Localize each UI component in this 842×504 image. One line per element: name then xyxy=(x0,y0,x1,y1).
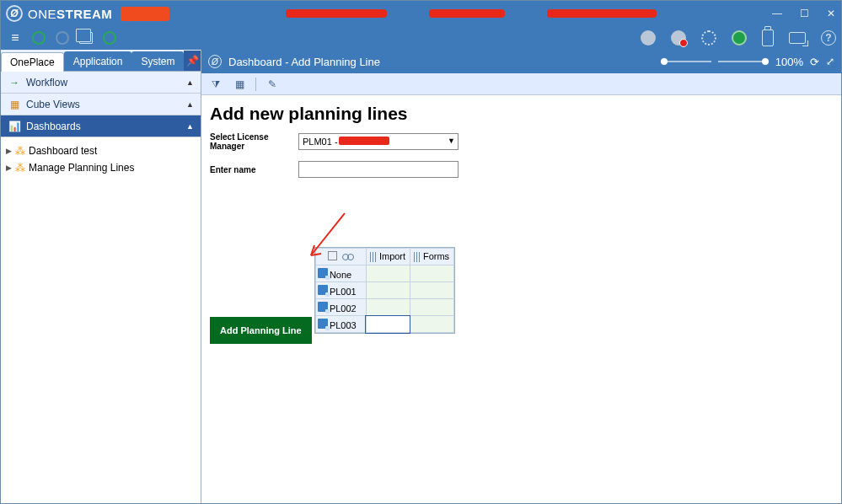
redaction-block xyxy=(547,9,657,18)
tab-system[interactable]: System xyxy=(131,51,184,71)
ribbon: ≡ ? xyxy=(1,26,841,50)
tree-item-dashboard-test[interactable]: ▶ ⁂ Dashboard test xyxy=(4,142,197,159)
nav-section-dashboards[interactable]: 📊 Dashboards ▲ xyxy=(1,115,201,137)
grid-row[interactable]: PL002 xyxy=(315,299,453,316)
page-heading: Add new planning lines xyxy=(210,104,833,124)
expand-icon[interactable]: ▶ xyxy=(6,147,12,155)
window-controls: — ☐ ✕ xyxy=(772,8,836,19)
cluster-icon: ⁂ xyxy=(15,162,25,174)
col-label: Forms xyxy=(423,251,449,261)
refresh-icon[interactable] xyxy=(732,30,747,46)
label-license-manager: Select License Manager xyxy=(210,132,290,151)
grid-corner[interactable] xyxy=(315,249,366,265)
filter-icon[interactable]: ⧩ xyxy=(208,77,223,92)
checkbox-icon[interactable] xyxy=(328,251,337,260)
cluster-icon: ⁂ xyxy=(15,145,25,157)
col-import[interactable]: Import xyxy=(366,249,410,265)
copy-icon[interactable] xyxy=(77,29,95,47)
cell[interactable] xyxy=(366,299,410,316)
grid-options-icon[interactable]: ▦ xyxy=(232,77,247,92)
add-planning-line-button[interactable]: Add Planning Line xyxy=(210,317,312,344)
zoom-slider[interactable] xyxy=(718,61,769,62)
grid-header-row: Import Forms xyxy=(315,249,453,265)
brand-name: ONESTREAM xyxy=(28,7,112,21)
field-row-name: Enter name xyxy=(210,161,833,178)
popout-icon[interactable]: ⤢ xyxy=(826,56,834,67)
tree-label: Dashboard test xyxy=(29,145,97,157)
row-label: PL003 xyxy=(330,320,357,330)
chevron-up-icon: ▲ xyxy=(186,122,194,131)
grip-icon xyxy=(370,252,377,262)
chevron-up-icon: ▲ xyxy=(186,100,194,109)
maximize-button[interactable]: ☐ xyxy=(799,8,809,19)
grip-icon xyxy=(414,252,421,262)
cell[interactable] xyxy=(410,265,453,282)
body: OnePlace Application System 📌 → Workflow… xyxy=(1,50,841,503)
status-dot-green[interactable] xyxy=(100,29,119,47)
nav-tabs: OnePlace Application System 📌 xyxy=(1,50,201,72)
cell[interactable] xyxy=(366,265,410,282)
swirl-icon: Ø xyxy=(208,55,222,68)
col-forms[interactable]: Forms xyxy=(410,249,453,265)
row-label: None xyxy=(330,270,351,280)
nav-section-workflow[interactable]: → Workflow ▲ xyxy=(1,72,201,94)
field-row-license-manager: Select License Manager PLM01 - ▼ xyxy=(210,132,833,151)
zoom-value: 100% xyxy=(775,56,803,68)
battery-icon xyxy=(762,29,774,46)
binoculars-icon[interactable] xyxy=(342,252,354,260)
select-license-manager[interactable]: PLM01 - xyxy=(298,133,459,150)
page-bar: Ø Dashboard - Add Planning Line 100% ⟳ ⤢ xyxy=(201,50,841,73)
row-label: PL001 xyxy=(330,287,357,297)
help-icon[interactable]: ? xyxy=(821,30,836,46)
pin-button[interactable]: 📌 xyxy=(184,51,201,71)
main: Ø Dashboard - Add Planning Line 100% ⟳ ⤢… xyxy=(201,50,841,503)
grid-row[interactable]: None xyxy=(315,265,453,282)
app-window: Ø ONESTREAM — ☐ ✕ ≡ ? xyxy=(0,0,842,504)
tab-oneplace[interactable]: OnePlace xyxy=(1,52,64,72)
cell[interactable] xyxy=(410,282,453,299)
brand-swirl-icon: Ø xyxy=(6,5,23,22)
close-button[interactable]: ✕ xyxy=(826,8,836,19)
expand-icon[interactable]: ▶ xyxy=(6,164,12,172)
toolbar: ⧩ ▦ ✎ xyxy=(201,73,841,95)
page-icon xyxy=(318,268,328,278)
nav-label: Cube Views xyxy=(26,99,80,110)
zoom-slider[interactable] xyxy=(661,61,711,62)
ribbon-right: ? xyxy=(641,29,836,46)
status-dot-green[interactable] xyxy=(29,29,48,47)
redaction-block xyxy=(121,7,169,21)
page-icon xyxy=(318,302,328,312)
tab-application[interactable]: Application xyxy=(64,51,132,71)
cell-selected[interactable] xyxy=(366,316,410,333)
select-wrap: PLM01 - ▼ xyxy=(298,133,459,150)
cell[interactable] xyxy=(410,299,453,316)
edit-icon[interactable]: ✎ xyxy=(265,77,280,92)
grid-row[interactable]: PL003 xyxy=(315,316,453,333)
menu-icon[interactable]: ≡ xyxy=(6,29,24,47)
nav-label: Workflow xyxy=(26,77,67,88)
arrow-right-icon: → xyxy=(8,77,21,88)
tree-label: Manage Planning Lines xyxy=(29,162,134,174)
grid-row[interactable]: PL001 xyxy=(315,282,453,299)
label-enter-name: Enter name xyxy=(210,165,290,174)
chevron-up-icon: ▲ xyxy=(186,78,194,87)
user-icon[interactable] xyxy=(641,30,656,46)
minimize-button[interactable]: — xyxy=(772,8,782,19)
tree-item-manage-planning[interactable]: ▶ ⁂ Manage Planning Lines xyxy=(4,159,197,176)
content: Add new planning lines Select License Ma… xyxy=(201,95,841,503)
titlebar: Ø ONESTREAM — ☐ ✕ xyxy=(1,1,841,26)
user-alert-icon[interactable] xyxy=(671,30,686,46)
cell[interactable] xyxy=(366,282,410,299)
messages-icon[interactable] xyxy=(789,32,806,44)
input-enter-name[interactable] xyxy=(298,161,459,178)
titlebar-center xyxy=(169,9,772,18)
globe-icon[interactable] xyxy=(53,29,72,47)
grid-icon: ▦ xyxy=(8,99,21,110)
cell[interactable] xyxy=(410,316,453,333)
result-grid: Import Forms None PL001 PL002 xyxy=(314,247,455,334)
page-bar-right: 100% ⟳ ⤢ xyxy=(661,56,834,68)
refresh-icon[interactable]: ⟳ xyxy=(810,56,819,68)
nav-section-cubeviews[interactable]: ▦ Cube Views ▲ xyxy=(1,94,201,115)
brand-one: ONE xyxy=(28,7,56,21)
row-label: PL002 xyxy=(330,303,357,314)
